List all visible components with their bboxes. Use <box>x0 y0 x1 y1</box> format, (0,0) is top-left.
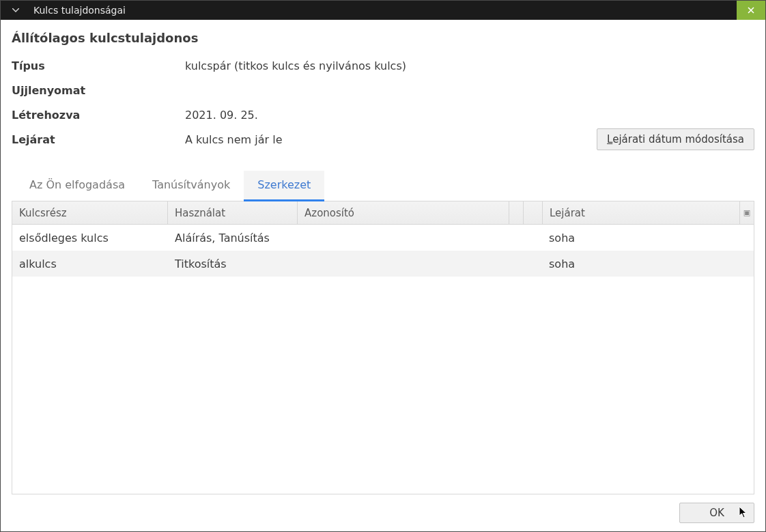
th-usage[interactable]: Használat <box>168 201 298 224</box>
titlebar: Kulcs tulajdonságai <box>1 1 765 20</box>
dialog-footer: OK <box>12 494 754 523</box>
window-title: Kulcs tulajdonságai <box>33 5 126 16</box>
window: Kulcs tulajdonságai Állítólagos kulcstul… <box>0 0 766 532</box>
th-gap1[interactable] <box>509 201 524 224</box>
td-usage: Aláírás, Tanúsítás <box>168 232 298 244</box>
prop-row-fingerprint: Ujjlenyomat <box>12 78 754 102</box>
change-expiry-access-key: L <box>607 133 612 145</box>
prop-label-expiry: Lejárat <box>12 133 185 146</box>
table-header-row: Kulcsrész Használat Azonosító Lejárat ▣ <box>12 201 754 225</box>
window-menu-chevron-icon[interactable] <box>8 1 24 20</box>
th-keypart[interactable]: Kulcsrész <box>12 201 168 224</box>
tab-acceptance[interactable]: Az Ön elfogadása <box>16 171 139 201</box>
prop-label-type: Típus <box>12 59 185 72</box>
prop-label-created: Létrehozva <box>12 109 185 122</box>
owner-heading: Állítólagos kulcstulajdonos <box>12 31 754 45</box>
td-keypart: alkulcs <box>12 257 168 270</box>
window-close-button[interactable] <box>737 1 765 20</box>
prop-row-expiry: Lejárat A kulcs nem jár le Lejárati dátu… <box>12 127 754 152</box>
th-id[interactable]: Azonosító <box>298 201 509 224</box>
content-area: Állítólagos kulcstulajdonos Típus kulcsp… <box>1 20 765 531</box>
tab-structure[interactable]: Szerkezet <box>244 171 324 201</box>
th-gap2[interactable] <box>524 201 543 224</box>
ok-button[interactable]: OK <box>679 503 754 523</box>
column-overflow-icon: ▣ <box>743 208 750 217</box>
td-keypart: elsődleges kulcs <box>12 232 168 244</box>
td-expiry: soha <box>542 257 754 270</box>
prop-label-fingerprint: Ujjlenyomat <box>12 84 185 97</box>
prop-row-created: Létrehozva 2021. 09. 25. <box>12 102 754 127</box>
change-expiry-rest: ejárati dátum módosítása <box>612 133 744 145</box>
prop-value-created: 2021. 09. 25. <box>185 109 754 122</box>
structure-table: Kulcsrész Használat Azonosító Lejárat ▣ … <box>12 201 754 494</box>
th-overflow[interactable]: ▣ <box>740 201 754 224</box>
th-expiry[interactable]: Lejárat <box>543 201 740 224</box>
tabbar: Az Ön elfogadása Tanúsítványok Szerkezet <box>12 171 754 201</box>
table-row[interactable]: alkulcs Titkosítás soha <box>12 251 754 277</box>
td-usage: Titkosítás <box>168 257 298 270</box>
tab-certificates[interactable]: Tanúsítványok <box>139 171 244 201</box>
prop-value-type: kulcspár (titkos kulcs és nyilvános kulc… <box>185 59 754 72</box>
prop-value-expiry: A kulcs nem jár le <box>185 133 597 146</box>
table-row[interactable]: elsődleges kulcs Aláírás, Tanúsítás soha <box>12 225 754 251</box>
table-body[interactable]: elsődleges kulcs Aláírás, Tanúsítás soha… <box>12 225 754 494</box>
prop-row-type: Típus kulcspár (titkos kulcs és nyilváno… <box>12 53 754 78</box>
td-expiry: soha <box>542 232 754 244</box>
change-expiry-button[interactable]: Lejárati dátum módosítása <box>597 128 754 150</box>
